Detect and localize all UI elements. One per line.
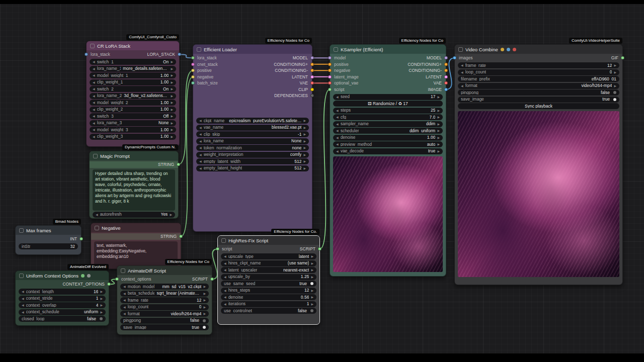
- increment-arrow-icon[interactable]: ▶: [311, 255, 313, 258]
- widget-clip_skip[interactable]: ◀clip_skip-1▶: [196, 131, 309, 137]
- decrement-arrow-icon[interactable]: ◀: [93, 81, 95, 84]
- node-cr_lora_stack[interactable]: ComfyUI_Comfyroll_CustoCR LoRA Stacklora…: [86, 41, 180, 147]
- increment-arrow-icon[interactable]: ▶: [303, 153, 306, 156]
- increment-arrow-icon[interactable]: ▶: [437, 136, 440, 139]
- widget-use_same_seed[interactable]: use_same_seedtrue: [221, 281, 316, 287]
- decrement-arrow-icon[interactable]: ◀: [199, 160, 202, 163]
- increment-arrow-icon[interactable]: ▶: [311, 262, 313, 265]
- increment-arrow-icon[interactable]: ▶: [311, 268, 313, 272]
- widget-clip_weight_2[interactable]: ◀clip_weight_21.00▶: [90, 107, 176, 113]
- increment-arrow-icon[interactable]: ▶: [303, 126, 306, 129]
- collapse-icon[interactable]: [19, 274, 24, 278]
- preview-image[interactable]: [458, 111, 619, 277]
- output-dot-MODEL[interactable]: [444, 56, 448, 60]
- output-dot-SCRIPT[interactable]: [210, 278, 214, 281]
- widget-format[interactable]: ◀formatvideo/h264-mp4▶: [120, 311, 209, 317]
- decrement-arrow-icon[interactable]: ◀: [96, 213, 98, 216]
- decrement-arrow-icon[interactable]: ◀: [123, 312, 126, 315]
- increment-arrow-icon[interactable]: ▶: [303, 167, 306, 170]
- output-dot-DEPENDENCIES[interactable]: [310, 94, 314, 98]
- collapse-icon[interactable]: [90, 44, 95, 48]
- decrement-arrow-icon[interactable]: ◀: [199, 133, 202, 136]
- widget-weight_interpretation[interactable]: ◀weight_interpretationcomfy▶: [196, 152, 309, 158]
- widget-context_length[interactable]: ◀context_length16▶: [19, 289, 106, 295]
- collapse-icon[interactable]: [334, 47, 338, 52]
- widget-latent_upscaler[interactable]: ◀latent_upscalernearest-exact▶: [221, 267, 316, 273]
- decrement-arrow-icon[interactable]: ◀: [224, 303, 226, 306]
- increment-arrow-icon[interactable]: ▶: [311, 276, 313, 279]
- decrement-arrow-icon[interactable]: ◀: [93, 95, 95, 98]
- output-dot-IMAGE[interactable]: [444, 87, 448, 91]
- toggle-knob[interactable]: [310, 282, 313, 285]
- collapse-icon[interactable]: [95, 226, 99, 230]
- node-animatediff_script[interactable]: Efficiency Nodes for CoAnimateDiff Scrip…: [117, 265, 212, 335]
- increment-arrow-icon[interactable]: ▶: [203, 312, 206, 315]
- node-header[interactable]: Magic Prompt: [90, 151, 178, 160]
- decrement-arrow-icon[interactable]: ◀: [22, 304, 24, 307]
- widget-hires_steps[interactable]: ◀hires_steps12▶: [221, 288, 316, 294]
- increment-arrow-icon[interactable]: ▶: [171, 60, 173, 63]
- toggle-knob[interactable]: [100, 317, 103, 320]
- collapse-icon[interactable]: [121, 268, 125, 273]
- magic_prompt-textarea[interactable]: Hyper detailed ultra sharp, trending on …: [93, 169, 175, 211]
- widget-loop_count[interactable]: ◀loop_count0▶: [120, 304, 209, 310]
- input-dot-positive[interactable]: [191, 69, 195, 72]
- decrement-arrow-icon[interactable]: ◀: [224, 268, 226, 272]
- widget-empty_latent_width[interactable]: ◀empty_latent_width512▶: [196, 158, 309, 164]
- output-dot-CONDITIONING+[interactable]: [310, 62, 314, 66]
- widget-lora_name_3[interactable]: ◀lora_name_3None▶: [90, 120, 176, 126]
- increment-arrow-icon[interactable]: ▶: [614, 64, 616, 67]
- decrement-arrow-icon[interactable]: ◀: [123, 299, 126, 302]
- widget-lora_name_1[interactable]: ◀lora_name_1more_details.safetensors▶: [90, 66, 176, 72]
- decrement-arrow-icon[interactable]: ◀: [336, 123, 339, 126]
- input-dot-script[interactable]: [328, 87, 332, 91]
- toggle-knob[interactable]: [203, 319, 206, 322]
- node-canvas[interactable]: ComfyUI_Comfyroll_CustoCR LoRA Stacklora…: [0, 0, 644, 362]
- output-dot-CONDITIONING-[interactable]: [310, 69, 314, 72]
- decrement-arrow-icon[interactable]: ◀: [461, 64, 463, 67]
- widget-steps[interactable]: ◀steps25▶: [333, 108, 443, 114]
- decrement-arrow-icon[interactable]: ◀: [199, 153, 202, 156]
- increment-arrow-icon[interactable]: ▶: [311, 289, 313, 292]
- decrement-arrow-icon[interactable]: ◀: [93, 87, 95, 90]
- output-dot-LATENT[interactable]: [444, 75, 448, 78]
- output-dot-LORA_STACK[interactable]: [178, 53, 181, 56]
- widget-model_weight_1[interactable]: ◀model_weight_11.00▶: [90, 72, 176, 78]
- increment-arrow-icon[interactable]: ▶: [100, 290, 103, 293]
- widget-upscale_by[interactable]: ◀upscale_by1.25▶: [221, 274, 316, 280]
- output-dot-MODEL[interactable]: [310, 56, 314, 60]
- widget-vae_decode[interactable]: ◀vae_decodetrue▶: [333, 148, 443, 154]
- widget-switch_1[interactable]: ◀switch_1On▶: [90, 59, 176, 65]
- widget-use_controlnet[interactable]: use_controlnetfalse: [221, 308, 316, 314]
- collapse-icon[interactable]: [458, 47, 463, 52]
- widget-context_stride[interactable]: ◀context_stride1▶: [19, 296, 106, 302]
- widget-model_weight_3[interactable]: ◀model_weight_31.00▶: [90, 127, 176, 133]
- widget-pingpong[interactable]: pingpongfalse: [458, 89, 619, 96]
- node-ksampler[interactable]: Efficiency Nodes for CoKSampler (Efficie…: [330, 44, 446, 277]
- output-dot-GIF[interactable]: [621, 56, 624, 60]
- increment-arrow-icon[interactable]: ▶: [171, 128, 173, 131]
- widget-hires_ckpt_name[interactable]: ◀hires_ckpt_name(use same)▶: [221, 260, 316, 266]
- increment-arrow-icon[interactable]: ▶: [171, 101, 173, 104]
- decrement-arrow-icon[interactable]: ◀: [93, 60, 95, 63]
- input-dot-cnet_stack[interactable]: [191, 62, 195, 66]
- widget-lora_name[interactable]: ◀lora_nameNone▶: [196, 138, 309, 144]
- decrement-arrow-icon[interactable]: ◀: [224, 262, 226, 265]
- node-video_combine[interactable]: ComfyUI-VideoHelperSuiteVideo Combineima…: [454, 44, 623, 285]
- input-dot-lora_stack[interactable]: [85, 53, 88, 56]
- increment-arrow-icon[interactable]: ▶: [171, 108, 173, 111]
- output-dot-CONDITIONING+[interactable]: [444, 62, 448, 66]
- increment-arrow-icon[interactable]: ▶: [171, 74, 173, 77]
- sync-playback-button[interactable]: Sync playback: [458, 103, 619, 109]
- node-header[interactable]: Video Combine: [455, 45, 622, 54]
- decrement-arrow-icon[interactable]: ◀: [336, 136, 339, 139]
- decrement-arrow-icon[interactable]: ◀: [336, 150, 339, 153]
- input-dot-images[interactable]: [453, 56, 456, 60]
- input-dot-context_options[interactable]: [115, 278, 119, 281]
- toggle-knob[interactable]: [203, 326, 206, 329]
- widget-upscale_type[interactable]: ◀upscale_typelatent▶: [221, 253, 316, 259]
- output-dot-STRING[interactable]: [177, 163, 180, 166]
- widget-denoise[interactable]: ◀denoise1.00▶: [333, 135, 443, 141]
- increment-arrow-icon[interactable]: ▶: [100, 311, 103, 314]
- decrement-arrow-icon[interactable]: ◀: [199, 146, 202, 149]
